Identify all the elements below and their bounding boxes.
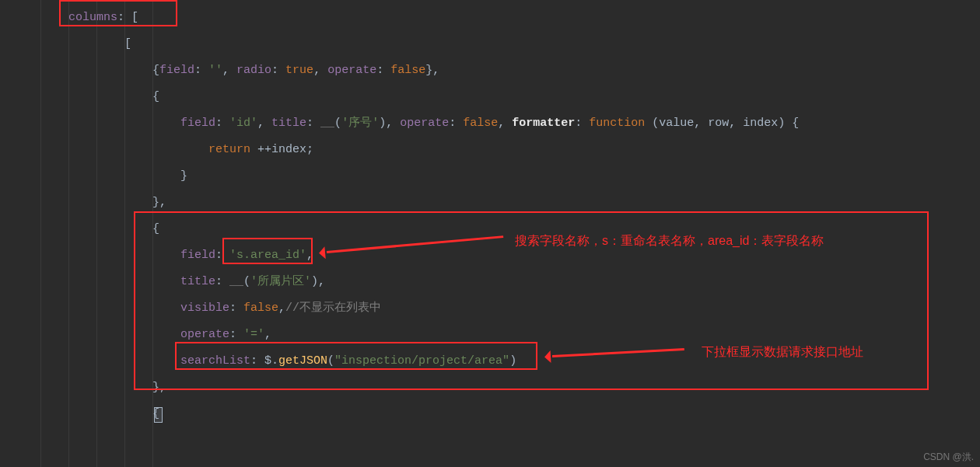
annotation-text-field: 搜索字段名称，s：重命名表名称，area_id：表字段名称 <box>515 233 824 249</box>
code-line: return ++index; <box>208 138 313 162</box>
watermark: CSDN @洪. <box>923 451 974 464</box>
code-line: [ <box>124 33 131 56</box>
code-line: visible: false,//不显示在列表中 <box>180 297 381 320</box>
code-line: operate: '=', <box>180 323 271 347</box>
text-cursor <box>154 407 163 423</box>
annotation-arrow <box>327 235 503 253</box>
code-line: field: 'id', title: __('序号'), operate: f… <box>180 112 799 135</box>
code-line: } <box>180 165 187 188</box>
code-line: title: __('所属片区'), <box>180 270 325 294</box>
code-line: { <box>152 85 159 109</box>
annotation-arrow <box>552 348 684 357</box>
code-line: {field: '', radio: true, operate: false}… <box>152 59 439 82</box>
code-line: }, <box>152 376 166 399</box>
code-editor[interactable]: columns: [ [ {field: '', radio: true, op… <box>0 0 980 467</box>
code-line: }, <box>152 191 166 214</box>
annotation-text-searchlist: 下拉框显示数据请求接口地址 <box>702 344 863 361</box>
code-line: searchList: $.getJSON("inspection/projec… <box>180 350 516 373</box>
code-line: { <box>152 218 159 241</box>
code-line: columns: [ <box>68 6 138 30</box>
code-line: field: 's.area_id', <box>180 244 313 267</box>
